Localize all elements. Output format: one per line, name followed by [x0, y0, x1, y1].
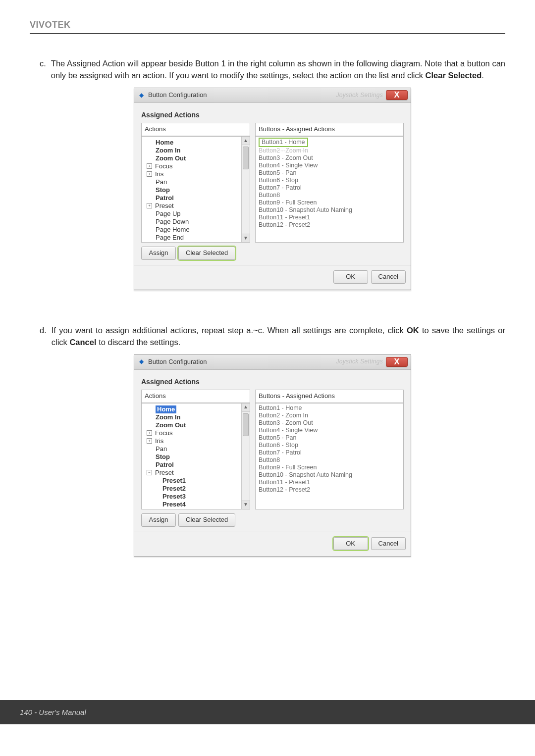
clear-selected-button[interactable]: Clear Selected: [178, 513, 235, 527]
tree-item-label: Patrol: [156, 194, 174, 202]
tree-item-label: Focus: [155, 162, 172, 170]
expander-icon[interactable]: +: [147, 171, 152, 177]
actions-header: Actions: [141, 390, 250, 403]
tree-item-label: Stop: [156, 186, 170, 194]
scroll-down-icon[interactable]: ▼: [242, 501, 250, 509]
cancel-button[interactable]: Cancel: [371, 270, 406, 284]
clear-selected-button[interactable]: Clear Selected: [178, 247, 235, 260]
tree-item-label: Preset1: [162, 477, 186, 485]
actions-header: Actions: [141, 123, 250, 136]
expander-icon[interactable]: +: [147, 438, 152, 444]
list-item[interactable]: Button12 - Preset2: [258, 486, 403, 494]
list-item[interactable]: Button6 - Stop: [258, 442, 403, 449]
section-title: Assigned Actions: [141, 377, 404, 387]
assign-button[interactable]: Assign: [141, 247, 176, 260]
scroll-up-icon[interactable]: ▲: [242, 137, 250, 145]
tree-item[interactable]: Page Home: [146, 226, 248, 234]
tree-item[interactable]: +Iris: [146, 437, 248, 445]
actions-tree[interactable]: HomeZoom InZoom Out+Focus+IrisPanStopPat…: [141, 136, 250, 243]
expander-icon[interactable]: +: [147, 163, 152, 169]
close-button[interactable]: X: [386, 357, 408, 367]
ok-button[interactable]: OK: [333, 537, 368, 551]
tree-item[interactable]: Zoom In: [146, 413, 248, 421]
dialog-title: Button Configuration: [148, 357, 207, 367]
tree-item[interactable]: Preset1: [146, 477, 248, 485]
tree-item[interactable]: +Iris: [146, 170, 248, 178]
tree-item-label: Zoom In: [156, 147, 181, 154]
cancel-button[interactable]: Cancel: [371, 537, 406, 551]
tree-item-label: Zoom Out: [156, 154, 186, 162]
tree-item[interactable]: Home: [146, 405, 248, 413]
tree-item[interactable]: +Focus: [146, 429, 248, 437]
assign-button[interactable]: Assign: [141, 513, 176, 527]
list-item[interactable]: Button7 - Patrol: [258, 449, 403, 456]
scroll-down-icon[interactable]: ▼: [242, 234, 250, 242]
list-item[interactable]: Button10 - Snapshot Auto Naming: [258, 471, 403, 479]
list-item[interactable]: Button6 - Stop: [258, 177, 403, 184]
list-item[interactable]: Button2 - Zoom In: [258, 412, 403, 419]
tree-item[interactable]: Zoom In: [146, 147, 248, 154]
tree-item[interactable]: Stop: [146, 453, 248, 461]
tree-item[interactable]: +Focus: [146, 162, 248, 170]
list-item[interactable]: Button5 - Pan: [258, 434, 403, 442]
close-button[interactable]: X: [386, 90, 408, 100]
list-item[interactable]: Button11 - Preset1: [258, 214, 403, 221]
tree-item[interactable]: +Preset: [146, 202, 248, 210]
tree-item[interactable]: −Preset: [146, 469, 248, 477]
tree-item-label: Focus: [155, 429, 172, 437]
tree-item[interactable]: Page End: [146, 234, 248, 242]
titlebar: ◆ Button Configuration Joystick Settings…: [134, 88, 411, 103]
page-number: 140 - User's Manual: [20, 708, 86, 716]
tree-item-label: Pan: [156, 445, 167, 453]
assigned-column: Buttons - Assigned Actions Button1 - Hom…: [255, 390, 404, 527]
list-item[interactable]: Button3 - Zoom Out: [258, 154, 403, 162]
assigned-list[interactable]: Button1 - HomeButton2 - Zoom InButton3 -…: [255, 136, 404, 243]
list-item[interactable]: Button1 - Home: [258, 138, 403, 147]
list-item[interactable]: Button8: [258, 456, 403, 464]
ok-button[interactable]: OK: [333, 270, 368, 284]
list-item[interactable]: Button10 - Snapshot Auto Naming: [258, 206, 403, 214]
list-item[interactable]: Button11 - Preset1: [258, 479, 403, 486]
section-title: Assigned Actions: [141, 110, 404, 120]
tree-item-label: Page Home: [156, 226, 190, 234]
list-item[interactable]: Button5 - Pan: [258, 169, 403, 177]
tree-item[interactable]: Zoom Out: [146, 154, 248, 162]
list-item[interactable]: Button12 - Preset2: [258, 221, 403, 229]
tree-item[interactable]: Zoom Out: [146, 421, 248, 429]
tree-item[interactable]: Preset3: [146, 493, 248, 501]
scrollbar[interactable]: ▲ ▼: [241, 403, 250, 509]
scroll-thumb[interactable]: [243, 147, 249, 169]
scrollbar[interactable]: ▲ ▼: [241, 137, 250, 242]
list-item[interactable]: Button9 - Full Screen: [258, 464, 403, 471]
actions-column: Actions HomeZoom InZoom Out+Focus+IrisPa…: [141, 390, 250, 527]
list-item[interactable]: Button8: [258, 192, 403, 199]
list-item[interactable]: Button3 - Zoom Out: [258, 419, 403, 427]
expander-icon[interactable]: −: [147, 470, 152, 475]
assigned-list[interactable]: Button1 - HomeButton2 - Zoom InButton3 -…: [255, 403, 404, 509]
para-c: c. The Assigned Action will appear besid…: [40, 58, 505, 82]
scroll-thumb[interactable]: [243, 413, 249, 436]
list-item[interactable]: Button1 - Home: [258, 404, 403, 412]
tree-item-label: Preset: [155, 202, 174, 210]
expander-icon[interactable]: +: [147, 430, 152, 436]
list-item[interactable]: Button4 - Single View: [258, 162, 403, 169]
tree-item[interactable]: Pan: [146, 445, 248, 453]
list-item[interactable]: Button2 - Zoom In: [258, 147, 403, 154]
tree-item[interactable]: Preset4: [146, 501, 248, 508]
para-d-text-1: If you want to assign additional actions…: [52, 326, 407, 335]
actions-tree[interactable]: HomeZoom InZoom Out+Focus+IrisPanStopPat…: [141, 403, 250, 509]
scroll-up-icon[interactable]: ▲: [242, 403, 250, 412]
list-item[interactable]: Button7 - Patrol: [258, 184, 403, 192]
list-item[interactable]: Button9 - Full Screen: [258, 199, 403, 206]
list-item[interactable]: Button4 - Single View: [258, 427, 403, 434]
tree-item[interactable]: Pan: [146, 178, 248, 186]
expander-icon[interactable]: +: [147, 203, 152, 208]
tree-item[interactable]: Page Down: [146, 218, 248, 226]
tree-item[interactable]: Patrol: [146, 194, 248, 202]
tree-item[interactable]: Home: [146, 139, 248, 147]
tree-item[interactable]: Preset2: [146, 485, 248, 493]
tree-item[interactable]: Page Up: [146, 210, 248, 218]
tree-item-label: Patrol: [156, 461, 174, 469]
tree-item[interactable]: Patrol: [146, 461, 248, 469]
tree-item[interactable]: Stop: [146, 186, 248, 194]
